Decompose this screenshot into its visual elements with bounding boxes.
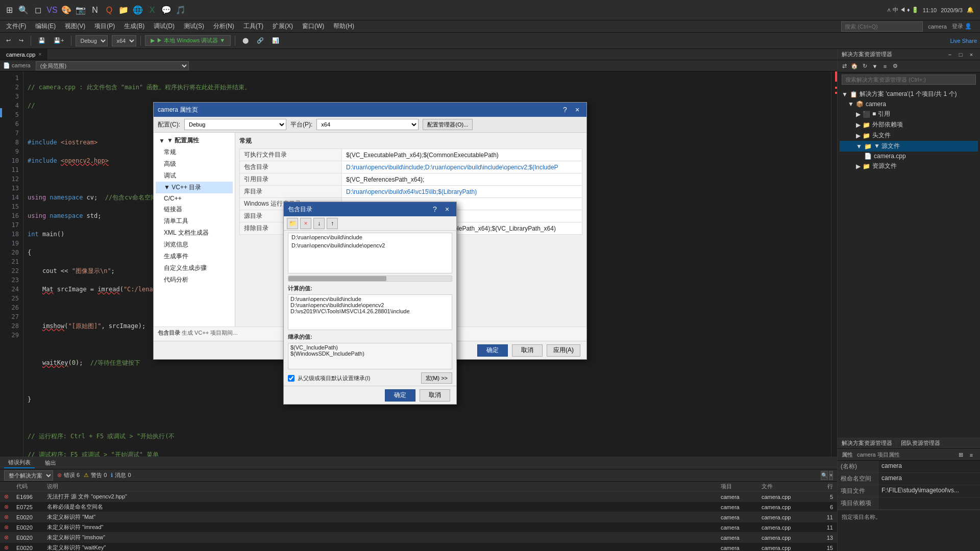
scope-filter-select[interactable]: 整个解决方案 (4, 470, 53, 481)
code-editor[interactable]: // camera.cpp : 此文件包含 "main" 函数。程序执行将在此处… (23, 71, 831, 457)
code-line-17 (28, 377, 827, 386)
solution-search-row (838, 72, 980, 87)
debug-config-select[interactable]: Debug (76, 35, 108, 46)
st-filter-btn[interactable]: ≡ (880, 62, 890, 71)
col-header-line[interactable]: 行 (813, 483, 833, 490)
tab-camera-cpp[interactable]: camera.cpp × (0, 49, 48, 60)
prop-sort-btn[interactable]: ⊞ (956, 450, 965, 460)
notification-icon[interactable]: 🔔 (967, 7, 974, 13)
st-sync-btn[interactable]: ⇄ (840, 62, 849, 71)
menu-file[interactable]: 文件(F) (2, 21, 30, 32)
save-btn[interactable]: 💾 (35, 36, 48, 45)
menu-help[interactable]: 帮助(H) (329, 21, 358, 32)
editor-scrollbar[interactable] (831, 71, 837, 457)
prop-val-0: camera (878, 461, 980, 472)
music-icon[interactable]: 🎵 (176, 5, 186, 15)
menu-edit[interactable]: 编辑(E) (31, 21, 60, 32)
tree-external-deps[interactable]: ▶ 📁 外部依赖项 (840, 119, 978, 130)
attach-btn[interactable]: 🔗 (254, 36, 267, 45)
error-row-0[interactable]: ⊗ E1696 无法打开 源 文件 "opencv2.hpp" camera c… (0, 492, 837, 502)
tree-headers[interactable]: ▶ 📁 头文件 (840, 130, 978, 141)
error-row-4[interactable]: ⊗ E0020 未定义标识符 "imshow" camera camera.cp… (0, 533, 837, 543)
quality-icon[interactable]: Q (104, 5, 114, 15)
notepad-icon[interactable]: N (90, 5, 100, 15)
panel-minimize-btn[interactable]: − (945, 50, 954, 59)
panel-maximize-btn[interactable]: □ (956, 50, 965, 59)
st-collapse-btn[interactable]: ▼ (870, 62, 879, 71)
folder-icon[interactable]: 📁 (118, 5, 129, 15)
warn-count-filter[interactable]: ⚠ 警告 0 (84, 471, 107, 479)
code-line-10: { (28, 248, 827, 257)
tree-project[interactable]: ▼ 📦 camera (840, 99, 978, 109)
menu-build[interactable]: 生成(B) (120, 21, 149, 32)
error-panel-close-btn[interactable]: × (829, 471, 833, 480)
redo-btn[interactable]: ↪ (16, 36, 27, 45)
col-header-file[interactable]: 文件 (762, 483, 813, 490)
toolbar-sep-2 (71, 36, 71, 46)
error-row-5[interactable]: ⊗ E0020 未定义标识符 "waitKey" camera camera.c… (0, 543, 837, 551)
tree-solution[interactable]: ▼ 📋 解决方案 'camera'(1 个项目/共 1 个) (840, 89, 978, 99)
error-list-tab[interactable]: 错误列表 (4, 458, 35, 468)
error-row-2[interactable]: ⊗ E0020 未定义标识符 "Mat" camera camera.cpp 1… (0, 512, 837, 522)
tree-resources[interactable]: ▶ 📁 资源文件 (840, 161, 978, 171)
tree-camera-cpp[interactable]: 📄 camera.cpp (840, 152, 978, 161)
excel-icon[interactable]: X (147, 5, 157, 15)
breakpoint-btn[interactable]: ⬤ (239, 36, 252, 45)
error-search-btn[interactable]: 🔍 (821, 471, 828, 480)
project-icon: 📦 (856, 101, 864, 108)
output-tab[interactable]: 输出 (41, 458, 60, 468)
st-refresh-btn[interactable]: ↻ (860, 62, 869, 71)
vs-icon[interactable]: VS (47, 5, 57, 15)
task-view-icon[interactable]: ◻ (33, 5, 43, 15)
search-value-display: camera (924, 23, 951, 30)
search-taskbar-icon[interactable]: 🔍 (18, 5, 29, 15)
panel-close-btn[interactable]: × (967, 50, 976, 59)
hdr-label: 头文件 (872, 131, 891, 140)
login-btn[interactable]: 登录 👤 (952, 22, 972, 30)
menu-analyze[interactable]: 分析(N) (209, 21, 238, 32)
row-3-line: 11 (813, 524, 833, 531)
menu-window[interactable]: 窗口(W) (298, 21, 328, 32)
col-header-project[interactable]: 项目 (721, 483, 762, 490)
tab-solution-explorer[interactable]: 解决方案资源管理器 (838, 438, 897, 448)
row-3-desc: 未定义标识符 "imread" (47, 523, 721, 531)
msg-count-filter[interactable]: ℹ 消息 0 (111, 471, 131, 479)
main-search-input[interactable] (841, 21, 923, 32)
project-expand-icon: ▼ (848, 101, 854, 108)
platform-select[interactable]: x64 (112, 35, 136, 46)
tree-references[interactable]: ▶ ⬛ ■ 引用 (840, 109, 978, 119)
solution-tree-toolbar: ⇄ 🏠 ↻ ▼ ≡ ⚙ (838, 60, 980, 72)
error-row-1[interactable]: ⊗ E0725 名称必须是命名空间名 camera camera.cpp 6 (0, 502, 837, 512)
undo-btn[interactable]: ↩ (3, 36, 14, 45)
menu-project[interactable]: 项目(P) (90, 21, 119, 32)
live-share-btn[interactable]: Live Share (950, 38, 977, 44)
solution-search-input[interactable] (842, 74, 976, 85)
edge-icon[interactable]: 🌐 (133, 5, 143, 15)
menu-tools[interactable]: 工具(T) (239, 21, 267, 32)
menu-test[interactable]: 测试(S) (180, 21, 208, 32)
error-row-3[interactable]: ⊗ E0020 未定义标识符 "imread" camera camera.cp… (0, 522, 837, 533)
tab-close-btn[interactable]: × (38, 52, 41, 57)
st-settings-btn[interactable]: ⚙ (891, 62, 900, 71)
menu-debug[interactable]: 调试(D) (150, 21, 179, 32)
perf-btn[interactable]: 📊 (269, 36, 282, 45)
solution-tree: ▼ 📋 解决方案 'camera'(1 个项目/共 1 个) ▼ 📦 camer… (838, 87, 980, 438)
menu-view[interactable]: 视图(V) (61, 21, 89, 32)
camera-icon[interactable]: 📷 (76, 5, 86, 15)
menu-extensions[interactable]: 扩展(X) (268, 21, 297, 32)
prop-filter-btn[interactable]: ≡ (967, 450, 976, 460)
paint-icon[interactable]: 🎨 (61, 5, 71, 15)
error-count-filter[interactable]: ⊗ 错误 6 (57, 471, 80, 479)
col-header-desc[interactable]: 说明 (47, 483, 721, 490)
tree-sources[interactable]: ▼ 📁 ▼ 源文件 (840, 141, 978, 152)
save-all-btn[interactable]: 💾+ (51, 36, 67, 45)
row-2-code: E0020 (16, 514, 47, 520)
scope-select[interactable]: (全局范围) (36, 61, 189, 70)
row-3-code: E0020 (16, 524, 47, 531)
col-header-code[interactable]: 代码 (16, 483, 47, 490)
start-icon[interactable]: ⊞ (4, 5, 14, 15)
run-debugger-btn[interactable]: ▶ ▶ 本地 Windows 调试器 ▼ (145, 35, 231, 46)
st-home-btn[interactable]: 🏠 (850, 62, 859, 71)
wechat-icon[interactable]: 💬 (161, 5, 172, 15)
tab-team-explorer[interactable]: 团队资源管理器 (897, 438, 944, 448)
